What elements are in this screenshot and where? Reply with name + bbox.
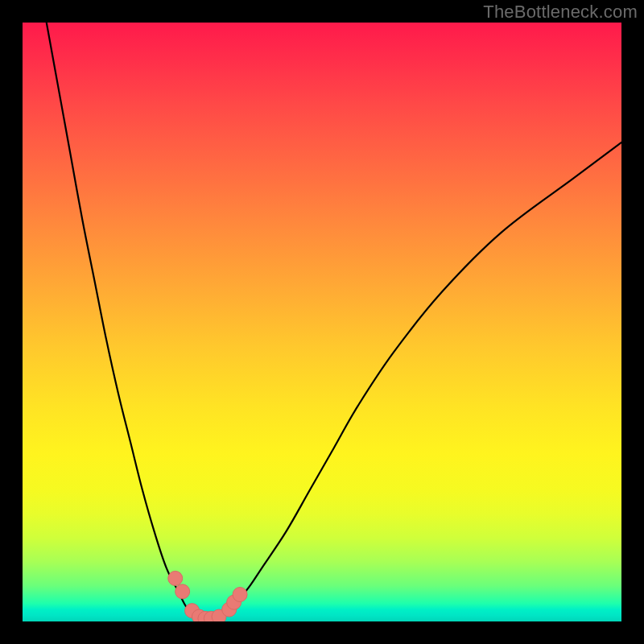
curve-right-branch <box>221 142 621 617</box>
data-marker <box>233 588 247 602</box>
curve-left-branch <box>47 23 196 617</box>
marker-group <box>168 571 247 621</box>
watermark-text: TheBottleneck.com <box>483 2 638 23</box>
outer-frame: TheBottleneck.com <box>0 0 644 644</box>
data-marker <box>168 571 183 585</box>
curve-group <box>47 23 621 620</box>
chart-svg <box>23 23 621 621</box>
data-marker <box>175 584 190 599</box>
